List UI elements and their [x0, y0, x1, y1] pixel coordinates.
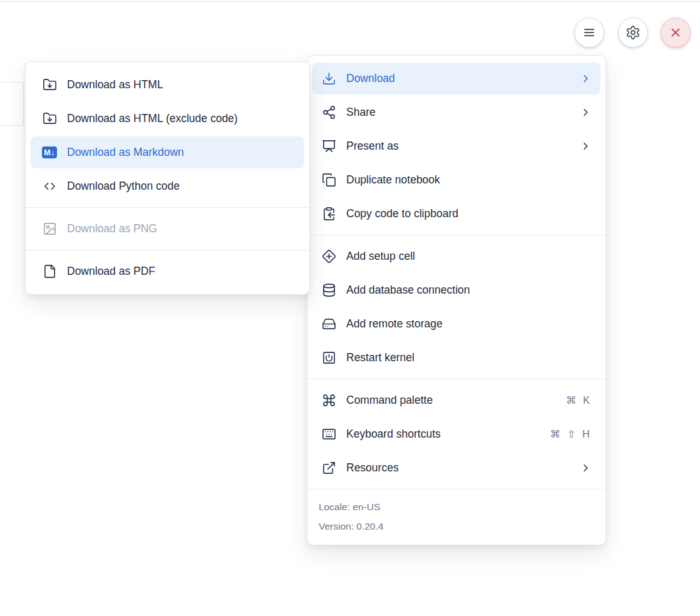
menu-item-label: Command palette: [346, 394, 556, 407]
chevron-right-icon: [579, 140, 592, 153]
menu-item-label: Resources: [346, 461, 569, 475]
menu-item-label: Download as HTML (exclude code): [67, 112, 293, 125]
menu-item-add-database[interactable]: Add database connection: [312, 274, 600, 306]
menu-divider: [307, 235, 605, 235]
image-icon: [42, 222, 57, 237]
menu-item-keyboard-shortcuts[interactable]: Keyboard shortcuts ⌘ ⇧ H: [312, 418, 600, 450]
database-icon: [321, 283, 336, 298]
menu-item-add-setup-cell[interactable]: Add setup cell: [312, 240, 600, 272]
download-icon: [321, 71, 336, 86]
version-text: Version: 0.20.4: [319, 516, 594, 536]
gear-icon: [625, 25, 641, 40]
download-submenu: Download as HTML Download as HTML (exclu…: [25, 61, 310, 295]
menu-item-label: Restart kernel: [346, 351, 592, 364]
menu-item-label: Download as Markdown: [67, 146, 293, 159]
submenu-item-download-html-exclude-code[interactable]: Download as HTML (exclude code): [31, 103, 304, 135]
submenu-item-download-html[interactable]: Download as HTML: [31, 69, 304, 101]
menu-item-label: Present as: [346, 140, 569, 153]
close-icon: [669, 26, 682, 39]
menu-divider: [26, 250, 309, 250]
command-icon: [321, 393, 336, 408]
submenu-item-download-png: Download as PNG: [31, 213, 304, 245]
code-icon: [42, 179, 57, 194]
duplicate-icon: [321, 173, 336, 188]
folder-down-icon: [42, 111, 57, 126]
notebook-menu-button[interactable]: [574, 18, 604, 48]
hard-drive-icon: [321, 317, 336, 332]
diamond-plus-icon: [321, 249, 336, 264]
hamburger-icon: [582, 25, 597, 40]
menu-item-share[interactable]: Share: [312, 96, 600, 128]
background-cell-outline: [0, 82, 24, 126]
shutdown-button[interactable]: [661, 18, 691, 48]
share-icon: [321, 105, 336, 120]
markdown-icon: M↓: [42, 145, 57, 160]
keyboard-shortcut-hint: ⌘ ⇧ H: [550, 428, 592, 440]
chevron-right-icon: [579, 73, 592, 85]
clipboard-copy-icon: [321, 207, 336, 222]
submenu-item-download-python[interactable]: Download Python code: [31, 170, 304, 202]
menu-item-label: Add setup cell: [346, 250, 592, 263]
page-top-border: [0, 1, 700, 2]
menu-item-present-as[interactable]: Present as: [312, 130, 600, 162]
menu-item-restart-kernel[interactable]: Restart kernel: [312, 342, 600, 374]
menu-item-label: Share: [346, 106, 569, 119]
menu-item-label: Download Python code: [67, 180, 293, 193]
menu-item-label: Add remote storage: [346, 317, 592, 331]
menu-item-label: Download as PDF: [67, 265, 293, 278]
menu-footer: Locale: en-US Version: 0.20.4: [307, 495, 605, 540]
notebook-actions-menu: Download Share Present as Duplicate note…: [307, 55, 606, 545]
chevron-right-icon: [579, 462, 592, 475]
square-power-icon: [321, 351, 336, 366]
menu-item-label: Download as HTML: [67, 78, 293, 91]
menu-item-resources[interactable]: Resources: [312, 452, 600, 484]
chevron-right-icon: [579, 106, 592, 119]
menu-item-add-remote-storage[interactable]: Add remote storage: [312, 308, 600, 340]
external-link-icon: [321, 461, 336, 476]
submenu-item-download-pdf[interactable]: Download as PDF: [31, 255, 304, 287]
submenu-item-download-markdown[interactable]: M↓ Download as Markdown: [31, 136, 304, 168]
menu-item-download[interactable]: Download: [312, 63, 600, 95]
presentation-icon: [321, 139, 336, 154]
keyboard-icon: [321, 427, 336, 442]
menu-divider: [307, 379, 605, 379]
locale-text: Locale: en-US: [319, 497, 594, 516]
menu-divider: [307, 489, 605, 490]
menu-item-label: Download: [346, 72, 569, 85]
keyboard-shortcut-hint: ⌘ K: [566, 394, 592, 406]
menu-divider: [26, 207, 309, 208]
menu-item-label: Keyboard shortcuts: [346, 428, 540, 441]
menu-item-label: Download as PNG: [67, 222, 293, 235]
menu-item-label: Copy code to clipboard: [346, 207, 592, 220]
file-icon: [42, 264, 57, 279]
menu-item-command-palette[interactable]: Command palette ⌘ K: [312, 384, 600, 416]
menu-item-copy-code[interactable]: Copy code to clipboard: [312, 198, 600, 230]
menu-item-duplicate-notebook[interactable]: Duplicate notebook: [312, 164, 600, 196]
menu-item-label: Add database connection: [346, 284, 592, 297]
folder-down-icon: [42, 78, 57, 93]
settings-button[interactable]: [618, 18, 648, 48]
menu-item-label: Duplicate notebook: [346, 173, 592, 187]
